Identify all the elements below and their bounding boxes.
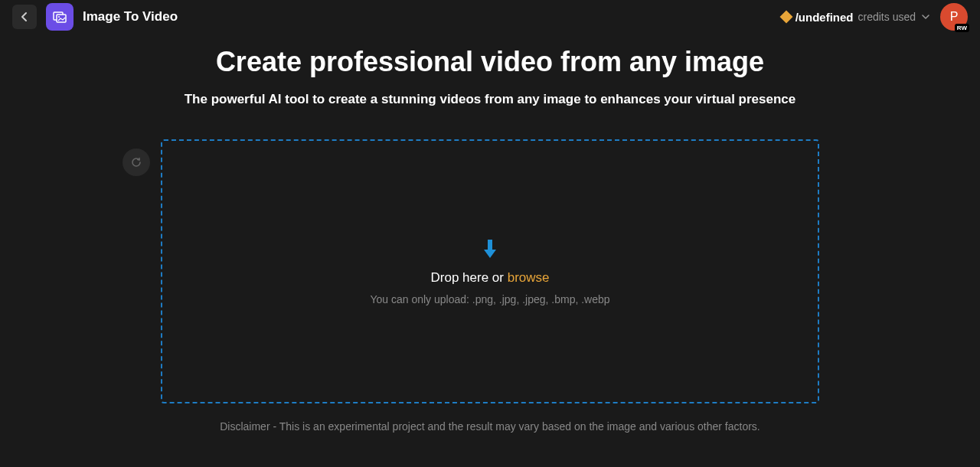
refresh-button[interactable] xyxy=(122,149,150,176)
refresh-icon xyxy=(130,156,142,168)
svg-point-2 xyxy=(58,16,60,18)
file-dropzone[interactable]: Drop here or browse You can only upload:… xyxy=(161,139,819,403)
header-right: /undefined credits used P RW xyxy=(782,3,968,31)
header-left: Image To Video xyxy=(12,3,178,31)
page-title: Create professional video from any image xyxy=(216,46,764,78)
header: Image To Video /undefined credits used P… xyxy=(0,0,980,34)
diamond-icon xyxy=(779,11,792,24)
svg-rect-3 xyxy=(488,240,492,251)
avatar-badge: RW xyxy=(955,24,969,32)
page-subtitle: The powerful AI tool to create a stunnin… xyxy=(185,92,796,107)
image-video-icon xyxy=(52,9,67,24)
credits-value: /undefined xyxy=(795,11,854,24)
chevron-down-icon xyxy=(920,11,931,22)
avatar-initial: P xyxy=(950,10,959,24)
format-hint: You can only upload: .png, .jpg, .jpeg, … xyxy=(370,293,609,305)
drop-text: Drop here or browse xyxy=(431,270,550,286)
content: Create professional video from any image… xyxy=(0,34,980,433)
back-button[interactable] xyxy=(12,5,37,29)
arrow-left-icon xyxy=(18,11,31,23)
disclaimer-text: Disclaimer - This is an experimental pro… xyxy=(220,420,760,433)
credits-label: credits used xyxy=(858,11,916,23)
avatar-container[interactable]: P RW xyxy=(940,3,968,31)
drop-text-prefix: Drop here or xyxy=(431,270,508,285)
app-icon xyxy=(46,3,74,31)
credits-dropdown[interactable]: /undefined credits used xyxy=(782,11,931,24)
browse-link[interactable]: browse xyxy=(508,270,550,285)
app-title: Image To Video xyxy=(83,9,178,24)
arrow-down-icon xyxy=(481,238,499,260)
upload-area-container: Drop here or browse You can only upload:… xyxy=(161,139,819,403)
